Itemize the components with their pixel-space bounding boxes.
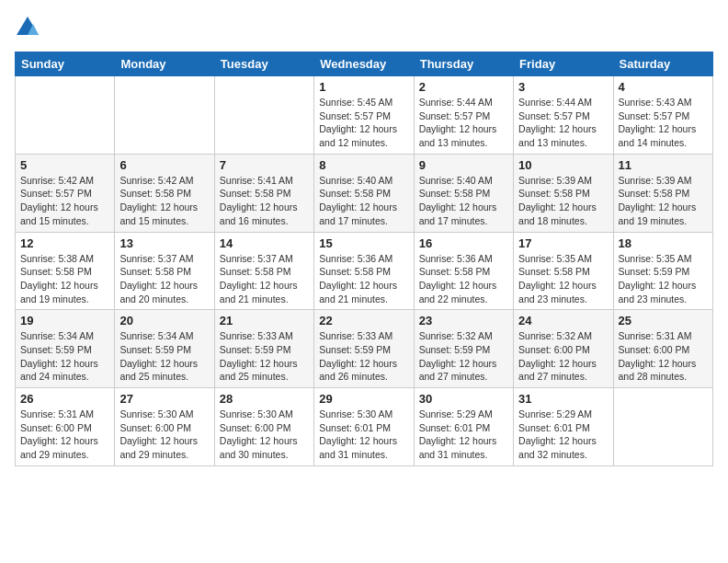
calendar-week-row: 12Sunrise: 5:38 AM Sunset: 5:58 PM Dayli… [16,232,713,310]
calendar-cell: 4Sunrise: 5:43 AM Sunset: 5:57 PM Daylig… [613,76,712,155]
calendar-cell: 2Sunrise: 5:44 AM Sunset: 5:57 PM Daylig… [414,76,513,155]
calendar-cell: 15Sunrise: 5:36 AM Sunset: 5:58 PM Dayli… [314,232,414,310]
day-info: Sunrise: 5:33 AM Sunset: 5:59 PM Dayligh… [220,329,309,384]
day-number: 7 [220,158,309,172]
weekday-header: Wednesday [314,52,414,76]
day-info: Sunrise: 5:44 AM Sunset: 5:57 PM Dayligh… [419,96,508,150]
day-info: Sunrise: 5:29 AM Sunset: 6:01 PM Dayligh… [419,408,508,462]
calendar-cell: 25Sunrise: 5:31 AM Sunset: 6:00 PM Dayli… [613,310,712,388]
calendar-cell: 10Sunrise: 5:39 AM Sunset: 5:58 PM Dayli… [514,154,613,232]
calendar-week-row: 5Sunrise: 5:42 AM Sunset: 5:57 PM Daylig… [16,154,713,232]
day-info: Sunrise: 5:34 AM Sunset: 5:59 PM Dayligh… [119,329,209,384]
day-info: Sunrise: 5:31 AM Sunset: 6:00 PM Dayligh… [20,408,109,462]
day-info: Sunrise: 5:30 AM Sunset: 6:01 PM Dayligh… [319,408,408,462]
day-info: Sunrise: 5:38 AM Sunset: 5:58 PM Dayligh… [20,252,109,306]
calendar-cell: 17Sunrise: 5:35 AM Sunset: 5:58 PM Dayli… [514,232,613,310]
day-number: 17 [518,236,608,250]
day-number: 29 [319,392,408,406]
calendar-cell [613,388,712,466]
day-info: Sunrise: 5:30 AM Sunset: 6:00 PM Dayligh… [119,408,209,462]
day-info: Sunrise: 5:32 AM Sunset: 6:00 PM Dayligh… [518,329,608,384]
calendar-cell: 19Sunrise: 5:34 AM Sunset: 5:59 PM Dayli… [16,310,115,388]
day-number: 24 [518,314,608,327]
day-number: 18 [619,236,708,250]
weekday-header: Monday [115,52,214,76]
day-number: 21 [220,314,309,327]
day-number: 20 [119,314,209,327]
day-number: 27 [119,392,209,406]
day-info: Sunrise: 5:42 AM Sunset: 5:57 PM Dayligh… [20,174,109,228]
calendar-cell: 1Sunrise: 5:45 AM Sunset: 5:57 PM Daylig… [314,76,414,155]
calendar-cell: 8Sunrise: 5:40 AM Sunset: 5:58 PM Daylig… [314,154,414,232]
calendar-cell: 28Sunrise: 5:30 AM Sunset: 6:00 PM Dayli… [214,388,313,466]
day-number: 31 [518,392,608,406]
day-info: Sunrise: 5:31 AM Sunset: 6:00 PM Dayligh… [619,329,708,384]
day-number: 19 [20,314,109,327]
calendar-cell: 24Sunrise: 5:32 AM Sunset: 6:00 PM Dayli… [514,310,613,388]
calendar-table: SundayMondayTuesdayWednesdayThursdayFrid… [15,52,713,466]
calendar-cell: 26Sunrise: 5:31 AM Sunset: 6:00 PM Dayli… [16,388,115,466]
day-number: 15 [319,236,408,250]
day-number: 14 [220,236,309,250]
day-info: Sunrise: 5:40 AM Sunset: 5:58 PM Dayligh… [319,174,408,228]
day-number: 10 [518,158,608,172]
calendar-cell: 3Sunrise: 5:44 AM Sunset: 5:57 PM Daylig… [514,76,613,155]
weekday-header: Sunday [16,52,115,76]
weekday-header: Friday [514,52,613,76]
calendar-cell: 13Sunrise: 5:37 AM Sunset: 5:58 PM Dayli… [115,232,214,310]
weekday-header: Thursday [414,52,513,76]
calendar-cell [16,76,115,155]
day-info: Sunrise: 5:36 AM Sunset: 5:58 PM Dayligh… [319,252,408,306]
day-number: 11 [619,158,708,172]
day-number: 3 [518,80,608,94]
day-info: Sunrise: 5:42 AM Sunset: 5:58 PM Dayligh… [119,174,209,228]
logo-icon [15,15,40,40]
calendar-cell: 23Sunrise: 5:32 AM Sunset: 5:59 PM Dayli… [414,310,513,388]
calendar-cell: 31Sunrise: 5:29 AM Sunset: 6:01 PM Dayli… [514,388,613,466]
calendar-week-row: 26Sunrise: 5:31 AM Sunset: 6:00 PM Dayli… [16,388,713,466]
calendar-cell: 12Sunrise: 5:38 AM Sunset: 5:58 PM Dayli… [16,232,115,310]
day-number: 4 [619,80,708,94]
calendar-cell: 30Sunrise: 5:29 AM Sunset: 6:01 PM Dayli… [414,388,513,466]
day-info: Sunrise: 5:32 AM Sunset: 5:59 PM Dayligh… [419,329,508,384]
weekday-header: Saturday [613,52,712,76]
day-number: 23 [419,314,508,327]
calendar-cell: 14Sunrise: 5:37 AM Sunset: 5:58 PM Dayli… [214,232,313,310]
day-number: 8 [319,158,408,172]
calendar-cell: 27Sunrise: 5:30 AM Sunset: 6:00 PM Dayli… [115,388,214,466]
calendar-week-row: 1Sunrise: 5:45 AM Sunset: 5:57 PM Daylig… [16,76,713,155]
day-info: Sunrise: 5:34 AM Sunset: 5:59 PM Dayligh… [20,329,109,384]
day-info: Sunrise: 5:35 AM Sunset: 5:58 PM Dayligh… [518,252,608,306]
weekday-header: Tuesday [214,52,313,76]
page-header [15,15,713,40]
day-number: 16 [419,236,508,250]
calendar-body: 1Sunrise: 5:45 AM Sunset: 5:57 PM Daylig… [16,76,713,466]
calendar-cell: 5Sunrise: 5:42 AM Sunset: 5:57 PM Daylig… [16,154,115,232]
day-info: Sunrise: 5:41 AM Sunset: 5:58 PM Dayligh… [220,174,309,228]
calendar-cell [214,76,313,155]
day-info: Sunrise: 5:30 AM Sunset: 6:00 PM Dayligh… [220,408,309,462]
day-info: Sunrise: 5:37 AM Sunset: 5:58 PM Dayligh… [119,252,209,306]
logo [15,15,44,40]
calendar-cell: 7Sunrise: 5:41 AM Sunset: 5:58 PM Daylig… [214,154,313,232]
day-number: 9 [419,158,508,172]
day-number: 1 [319,80,408,94]
calendar-cell: 18Sunrise: 5:35 AM Sunset: 5:59 PM Dayli… [613,232,712,310]
day-number: 26 [20,392,109,406]
day-info: Sunrise: 5:45 AM Sunset: 5:57 PM Dayligh… [319,96,408,150]
day-info: Sunrise: 5:39 AM Sunset: 5:58 PM Dayligh… [518,174,608,228]
day-info: Sunrise: 5:33 AM Sunset: 5:59 PM Dayligh… [319,329,408,384]
day-info: Sunrise: 5:37 AM Sunset: 5:58 PM Dayligh… [220,252,309,306]
calendar-cell: 22Sunrise: 5:33 AM Sunset: 5:59 PM Dayli… [314,310,414,388]
calendar-cell: 21Sunrise: 5:33 AM Sunset: 5:59 PM Dayli… [214,310,313,388]
calendar-cell: 29Sunrise: 5:30 AM Sunset: 6:01 PM Dayli… [314,388,414,466]
day-info: Sunrise: 5:43 AM Sunset: 5:57 PM Dayligh… [619,96,708,150]
calendar-week-row: 19Sunrise: 5:34 AM Sunset: 5:59 PM Dayli… [16,310,713,388]
calendar-cell: 9Sunrise: 5:40 AM Sunset: 5:58 PM Daylig… [414,154,513,232]
calendar-cell: 6Sunrise: 5:42 AM Sunset: 5:58 PM Daylig… [115,154,214,232]
calendar-header-row: SundayMondayTuesdayWednesdayThursdayFrid… [16,52,713,76]
calendar-cell [115,76,214,155]
day-number: 12 [20,236,109,250]
day-info: Sunrise: 5:29 AM Sunset: 6:01 PM Dayligh… [518,408,608,462]
day-number: 30 [419,392,508,406]
